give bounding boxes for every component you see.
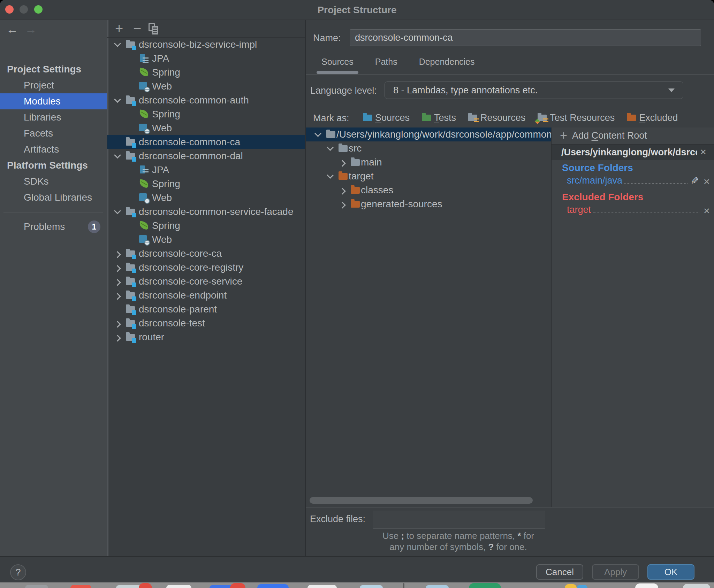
content-tree-item[interactable]: classes [306, 183, 551, 197]
module-tree-item[interactable]: Spring [107, 177, 305, 191]
exclude-files-input[interactable] [373, 511, 545, 528]
gray-folder-icon [338, 143, 349, 154]
edit-icon[interactable] [689, 175, 701, 187]
modules-toolbar [107, 20, 305, 38]
add-content-root-button[interactable]: + Add Content Root [552, 127, 714, 144]
tab-dependencies[interactable]: Dependencies [419, 55, 475, 68]
module-tree-item[interactable]: Spring [107, 219, 305, 233]
sidebar-item-global-libraries[interactable]: Global Libraries [0, 189, 107, 206]
apply-button[interactable]: Apply [592, 564, 639, 580]
gray-folder-icon [350, 157, 361, 168]
name-label: Name: [313, 33, 341, 44]
content-root-path-row[interactable]: /Users/yinkanglong/work/dsrco [552, 144, 714, 160]
module-tree-item[interactable]: JPA [107, 163, 305, 177]
sidebar-item-facets[interactable]: Facets [0, 125, 107, 141]
sources-folder-icon [363, 113, 373, 123]
content-tree-item[interactable]: generated-sources [306, 197, 551, 211]
module-name-input[interactable] [350, 29, 701, 46]
mark-as-test-resources[interactable]: Test Resources [534, 113, 615, 123]
source-folder-item[interactable]: src/main/java [567, 174, 713, 187]
chevron-spacer [112, 137, 123, 147]
mark-as-excluded[interactable]: Excluded [624, 113, 678, 123]
language-level-dropdown[interactable]: 8 - Lambdas, type annotations etc. [385, 82, 683, 99]
dock-app-icon[interactable] [257, 584, 289, 588]
remove-excluded-folder-icon[interactable] [701, 206, 713, 216]
content-tree-item[interactable]: target [306, 169, 551, 183]
tests-folder-icon [421, 113, 432, 123]
module-tree-item[interactable]: JPA [107, 52, 305, 65]
dock-app-icon[interactable] [166, 585, 191, 588]
dock-app-icon[interactable] [230, 583, 245, 588]
dock-app-icon[interactable] [683, 584, 710, 588]
forward-icon[interactable] [25, 23, 40, 36]
chevron-down-icon [313, 129, 323, 140]
dock-app-icon[interactable] [635, 583, 658, 588]
mark-as-resources[interactable]: Resources [465, 113, 525, 123]
sidebar-item-libraries[interactable]: Libraries [0, 109, 107, 125]
copy-module-icon[interactable] [149, 23, 160, 35]
remove-source-folder-icon[interactable] [701, 177, 713, 187]
language-level-label: Language level: [310, 85, 377, 96]
exclude-separator [306, 507, 714, 508]
chevron-down-icon [325, 143, 335, 154]
remove-module-icon[interactable] [133, 20, 141, 38]
tab-sources[interactable]: Sources [321, 55, 354, 68]
mark-as-sources[interactable]: Sources [360, 113, 410, 123]
content-tree-item[interactable]: /Users/yinkanglong/work/dsrconsole/app/c… [306, 127, 551, 141]
cancel-button[interactable]: Cancel [536, 564, 583, 580]
sidebar-item-project[interactable]: Project [0, 77, 107, 93]
module-tree-item[interactable]: dsrconsole-core-ca [107, 247, 305, 261]
module-tree-item[interactable]: router [107, 330, 305, 344]
dock-app-icon[interactable] [403, 583, 404, 588]
ok-button[interactable]: OK [647, 564, 694, 580]
module-tree-item[interactable]: dsrconsole-endpoint [107, 288, 305, 302]
help-button[interactable]: ? [10, 564, 26, 580]
module-tree-item[interactable]: Web [107, 233, 305, 247]
mark-as-tests[interactable]: Tests [419, 113, 456, 123]
dock-app-icon[interactable] [565, 584, 577, 588]
excluded-folder-item[interactable]: target [567, 203, 713, 216]
module-tree-item[interactable]: Web [107, 79, 305, 93]
module-tree-item[interactable]: dsrconsole-core-registry [107, 261, 305, 274]
content-tree-item[interactable]: src [306, 141, 551, 155]
dock-app-icon[interactable] [360, 585, 383, 588]
sidebar-item-sdks[interactable]: SDKs [0, 173, 107, 189]
module-tree-item[interactable]: dsrconsole-core-service [107, 274, 305, 288]
module-tree-item[interactable]: dsrconsole-common-dal [107, 149, 305, 163]
module-tree-item[interactable]: dsrconsole-parent [107, 302, 305, 316]
content-root-path: /Users/yinkanglong/work/dsrco [561, 147, 697, 158]
module-icon [126, 151, 136, 161]
chevron-spacer [112, 304, 123, 315]
add-module-icon[interactable] [115, 20, 123, 38]
tab-paths[interactable]: Paths [375, 55, 397, 68]
module-tree-item[interactable]: Spring [107, 107, 305, 121]
remove-content-root-icon[interactable] [697, 147, 709, 157]
module-tree-item[interactable]: Spring [107, 65, 305, 79]
exclude-files-label: Exclude files: [310, 514, 365, 525]
module-tree-item[interactable]: dsrconsole-test [107, 316, 305, 330]
horizontal-scrollbar[interactable] [310, 497, 533, 504]
dock-app-icon[interactable] [25, 585, 48, 588]
sidebar-item-artifacts[interactable]: Artifacts [0, 141, 107, 157]
module-tree-item[interactable]: dsrconsole-biz-service-impl [107, 38, 305, 52]
sidebar-item-problems[interactable]: Problems1 [0, 219, 107, 235]
dock-app-icon[interactable] [70, 585, 91, 588]
dock-app-icon[interactable] [307, 585, 337, 588]
module-tree-item[interactable]: Web [107, 191, 305, 205]
dock-app-icon[interactable] [426, 585, 449, 588]
dock-app-icon[interactable] [469, 583, 501, 588]
dock-app-icon[interactable] [139, 583, 152, 588]
chevron-down-icon [668, 88, 675, 92]
web-icon [139, 81, 149, 92]
chevron-spacer [126, 67, 136, 78]
module-tree-item[interactable]: Web [107, 121, 305, 135]
chevron-right-icon [337, 157, 348, 168]
module-tree-item[interactable]: dsrconsole-common-ca [107, 135, 305, 149]
back-icon[interactable] [6, 23, 22, 36]
chevron-right-icon [337, 185, 348, 195]
module-tree-item[interactable]: dsrconsole-common-service-facade [107, 205, 305, 219]
module-tree-item[interactable]: dsrconsole-common-auth [107, 93, 305, 107]
sidebar-item-modules[interactable]: Modules [0, 93, 107, 109]
content-tree-item[interactable]: main [306, 155, 551, 169]
dock-app-icon[interactable] [577, 585, 587, 588]
